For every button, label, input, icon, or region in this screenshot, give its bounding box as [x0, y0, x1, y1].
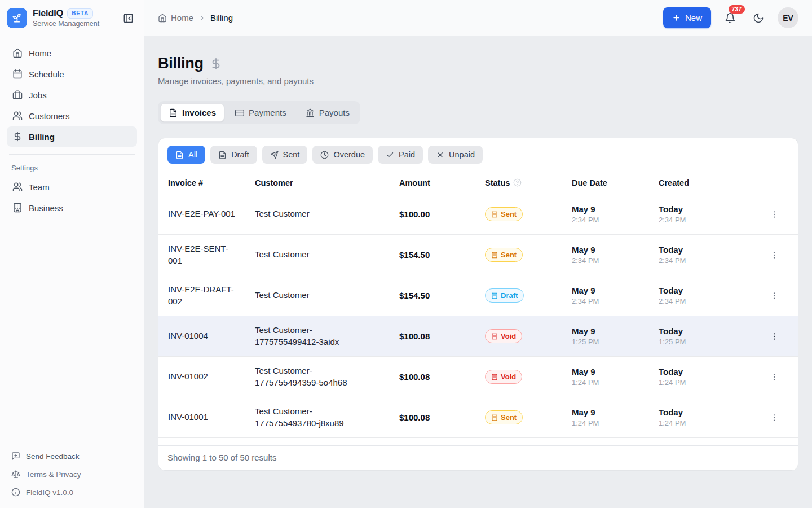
sidebar-header: FieldIQ BETA Service Management	[0, 0, 144, 36]
row-actions-button[interactable]	[766, 369, 782, 385]
table-row[interactable]: INV-01002 Test Customer-1775755494359-5o…	[158, 357, 798, 397]
panel-collapse-icon	[123, 13, 134, 24]
customer-name: Test Customer-1775755499412-3aidx	[255, 325, 399, 348]
invoice-amount: $100.08	[399, 413, 485, 422]
tab-payments[interactable]: Payments	[227, 103, 295, 122]
sidebar-item-schedule[interactable]: Schedule	[7, 64, 137, 84]
new-button-label: New	[685, 13, 702, 23]
tab-payouts[interactable]: Payouts	[297, 103, 358, 122]
sprout-icon	[11, 12, 23, 24]
filter-draft[interactable]: Draft	[210, 146, 257, 164]
customer-name: Test Customer	[255, 208, 399, 220]
table-row[interactable]: INV-E2E-SENT-001 Test Customer $154.50 S…	[158, 235, 798, 275]
created-cell: Today2:34 PM	[659, 245, 766, 265]
status-label: Sent	[501, 251, 517, 260]
file-text-icon	[175, 151, 184, 159]
sidebar: FieldIQ BETA Service Management Home Sch…	[0, 0, 144, 508]
col-header-created: Created	[659, 178, 766, 187]
receipt-icon	[491, 374, 498, 380]
notifications-button[interactable]: 737	[721, 9, 739, 27]
status-label: Draft	[501, 291, 518, 300]
sidebar-item-home[interactable]: Home	[7, 43, 137, 63]
sidebar-item-label: Customers	[29, 111, 70, 121]
created-cell: Today2:34 PM	[659, 204, 766, 224]
avatar[interactable]: EV	[778, 7, 798, 28]
due-date-cell: May 92:34 PM	[572, 286, 659, 305]
billing-tabs: Invoices Payments Payouts	[158, 101, 360, 124]
breadcrumb-home-link[interactable]: Home	[158, 13, 193, 23]
invoice-amount: $100.00	[399, 209, 485, 219]
receipt-icon	[491, 252, 498, 259]
sidebar-item-team[interactable]: Team	[7, 177, 137, 197]
footer-link-label: Terms & Privacy	[26, 470, 81, 479]
status-filters: All Draft Sent Overdue Paid	[158, 138, 798, 172]
table-row[interactable]: INV-E2E-PAY-001 Test Customer $100.00 Se…	[158, 194, 798, 235]
table-row[interactable]: INV-01001 Test Customer-1775755493780-j8…	[158, 397, 798, 438]
sidebar-item-billing[interactable]: Billing	[7, 126, 137, 147]
send-icon	[270, 151, 279, 159]
filter-sent[interactable]: Sent	[262, 146, 308, 164]
due-date-cell: May 92:34 PM	[572, 245, 659, 265]
sidebar-item-label: Team	[29, 182, 50, 192]
users-icon	[12, 111, 23, 121]
receipt-icon	[491, 333, 498, 340]
sidebar-item-jobs[interactable]: Jobs	[7, 85, 137, 105]
table-row[interactable]: INV-E2E-DRAFT-002 Test Customer $154.50 …	[158, 275, 798, 316]
app-version: FieldIQ v1.0.0	[7, 483, 137, 501]
sidebar-item-customers[interactable]: Customers	[7, 106, 137, 126]
invoice-number: INV-01004	[168, 330, 255, 341]
receipt-icon	[491, 292, 498, 299]
chevron-right-icon	[198, 14, 206, 22]
customer-name: Test Customer-1775755494359-5o4h68	[255, 365, 399, 388]
tab-invoices[interactable]: Invoices	[160, 103, 224, 122]
filter-unpaid[interactable]: Unpaid	[428, 146, 483, 164]
row-actions-button[interactable]	[766, 207, 782, 222]
status-badge: Sent	[485, 410, 523, 425]
tab-label: Payments	[249, 108, 286, 117]
avatar-initials: EV	[783, 14, 793, 23]
sidebar-item-business[interactable]: Business	[7, 198, 137, 218]
terms-privacy-link[interactable]: Terms & Privacy	[7, 465, 137, 483]
filter-all[interactable]: All	[167, 146, 205, 164]
invoice-number: INV-E2E-PAY-001	[168, 208, 255, 220]
status-label: Sent	[501, 210, 517, 219]
col-header-due-date: Due Date	[572, 178, 659, 187]
page-title: Billing	[158, 55, 204, 72]
filter-paid[interactable]: Paid	[378, 146, 423, 164]
sidebar-item-label: Business	[29, 203, 63, 213]
notification-count-badge: 737	[729, 5, 745, 14]
sidebar-collapse-button[interactable]	[121, 11, 136, 26]
info-icon	[11, 488, 20, 497]
due-date-cell: May 91:24 PM	[572, 408, 659, 427]
filter-label: Draft	[231, 150, 249, 159]
send-feedback-link[interactable]: Send Feedback	[7, 447, 137, 465]
plus-icon	[672, 14, 681, 22]
page-subtitle: Manage invoices, payments, and payouts	[158, 76, 798, 86]
row-actions-button[interactable]	[766, 247, 782, 263]
footer-link-label: FieldIQ v1.0.0	[26, 488, 73, 497]
filter-overdue[interactable]: Overdue	[312, 146, 373, 164]
status-badge: Void	[485, 370, 522, 384]
help-circle-icon[interactable]	[513, 178, 522, 187]
row-actions-button[interactable]	[766, 288, 782, 304]
dark-mode-toggle[interactable]	[749, 9, 767, 27]
row-actions-button[interactable]	[766, 410, 782, 426]
created-cell: Today1:25 PM	[659, 326, 766, 346]
filter-label: All	[188, 150, 197, 159]
due-date-cell: May 92:34 PM	[572, 204, 659, 224]
col-header-status-label: Status	[485, 178, 510, 187]
briefcase-icon	[12, 90, 23, 100]
status-badge: Sent	[485, 248, 523, 262]
created-cell: Today1:24 PM	[659, 408, 766, 427]
new-button[interactable]: New	[663, 7, 711, 28]
customer-name: Test Customer	[255, 249, 399, 260]
invoice-amount: $154.50	[399, 291, 485, 300]
bank-icon	[306, 108, 315, 117]
row-actions-button[interactable]	[766, 329, 782, 344]
results-summary: Showing 1 to 50 of 50 results	[158, 446, 798, 470]
app-logo	[7, 8, 27, 28]
topbar: Home Billing New 737 EV	[144, 0, 812, 36]
footer-link-label: Send Feedback	[26, 452, 80, 461]
breadcrumb-current: Billing	[210, 13, 233, 23]
table-row[interactable]: INV-01004 Test Customer-1775755499412-3a…	[158, 316, 798, 357]
